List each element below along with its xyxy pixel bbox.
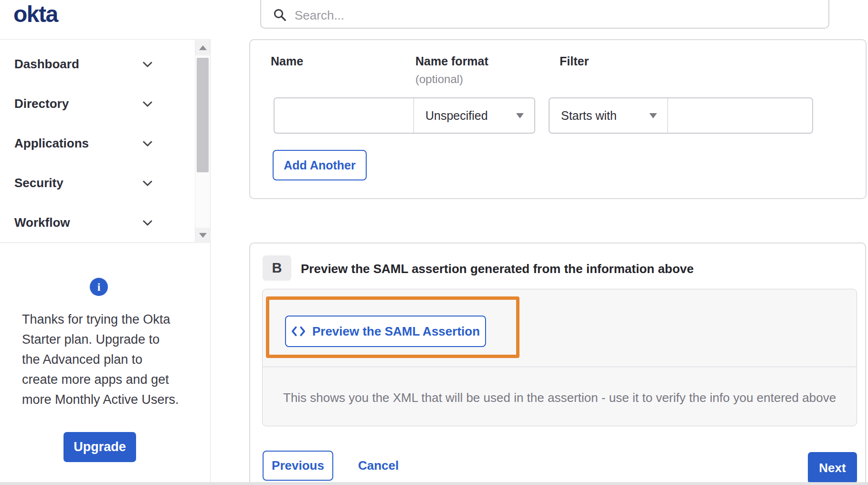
attribute-name-input[interactable] <box>274 97 414 134</box>
horizontal-scrollbar-track[interactable] <box>0 482 868 485</box>
sidebar-menu: Dashboard Directory Applications Securit… <box>0 39 210 243</box>
name-format-optional-label: (optional) <box>415 73 463 86</box>
search-icon <box>273 8 287 22</box>
panel-divider <box>263 367 857 367</box>
triangle-up-icon <box>199 45 207 50</box>
sidebar-item-label: Workflow <box>14 215 70 230</box>
sidebar: Dashboard Directory Applications Securit… <box>0 39 211 485</box>
scroll-up-button[interactable] <box>195 40 210 55</box>
name-column-label: Name <box>271 54 303 68</box>
code-brackets-icon <box>291 326 306 337</box>
chevron-down-icon <box>141 217 154 229</box>
chevron-down-icon <box>141 137 154 150</box>
sidebar-item-label: Applications <box>14 136 89 151</box>
sidebar-item-label: Security <box>14 176 64 190</box>
name-format-selected-value: Unspecified <box>425 109 488 123</box>
sidebar-item-applications[interactable]: Applications <box>0 124 210 163</box>
chevron-down-icon <box>141 98 154 110</box>
preview-panel: Preview the SAML Assertion This shows yo… <box>262 289 857 426</box>
info-icon: i <box>90 278 108 296</box>
scroll-down-button[interactable] <box>195 228 210 243</box>
cancel-button[interactable]: Cancel <box>358 451 399 481</box>
preview-saml-card: B Preview the SAML assertion generated f… <box>249 242 866 485</box>
okta-admin-page: okta Dashboard Directory Applications Se… <box>0 0 868 485</box>
step-b-badge: B <box>263 255 291 281</box>
name-format-column-label: Name format <box>415 54 488 68</box>
chevron-down-icon <box>141 177 154 190</box>
sidebar-scrollbar <box>195 40 210 243</box>
preview-button-label: Preview the SAML Assertion <box>312 324 480 339</box>
filter-column-label: Filter <box>560 54 589 68</box>
filter-type-select[interactable]: Starts with <box>549 97 668 134</box>
sidebar-item-workflow[interactable]: Workflow <box>0 203 210 242</box>
sidebar-item-label: Directory <box>14 96 69 111</box>
scrollbar-thumb[interactable] <box>197 58 209 172</box>
add-another-button[interactable]: Add Another <box>273 150 367 180</box>
search-input[interactable] <box>295 8 821 23</box>
name-format-select[interactable]: Unspecified <box>413 97 535 134</box>
preview-hint-text: This shows you the XML that will be used… <box>283 390 836 405</box>
filter-type-selected-value: Starts with <box>561 109 617 123</box>
triangle-down-icon <box>516 113 524 118</box>
triangle-down-icon <box>649 113 657 118</box>
sidebar-item-directory[interactable]: Directory <box>0 84 210 124</box>
chevron-down-icon <box>141 58 154 71</box>
sidebar-item-security[interactable]: Security <box>0 163 210 203</box>
triangle-down-icon <box>199 233 207 238</box>
sidebar-item-dashboard[interactable]: Dashboard <box>0 44 210 84</box>
filter-value-input[interactable] <box>667 97 813 134</box>
attribute-statements-card: Name Name format (optional) Filter Unspe… <box>249 39 867 199</box>
previous-button[interactable]: Previous <box>263 451 333 481</box>
sidebar-item-label: Dashboard <box>14 57 79 72</box>
okta-logo[interactable]: okta <box>13 1 58 27</box>
preview-section-title: Preview the SAML assertion generated fro… <box>301 262 694 276</box>
upsell-text: Thanks for trying the Okta Starter plan.… <box>22 309 194 410</box>
preview-saml-assertion-button[interactable]: Preview the SAML Assertion <box>285 316 486 347</box>
global-search <box>260 0 829 29</box>
next-button[interactable]: Next <box>808 452 857 484</box>
upgrade-button[interactable]: Upgrade <box>64 432 136 462</box>
